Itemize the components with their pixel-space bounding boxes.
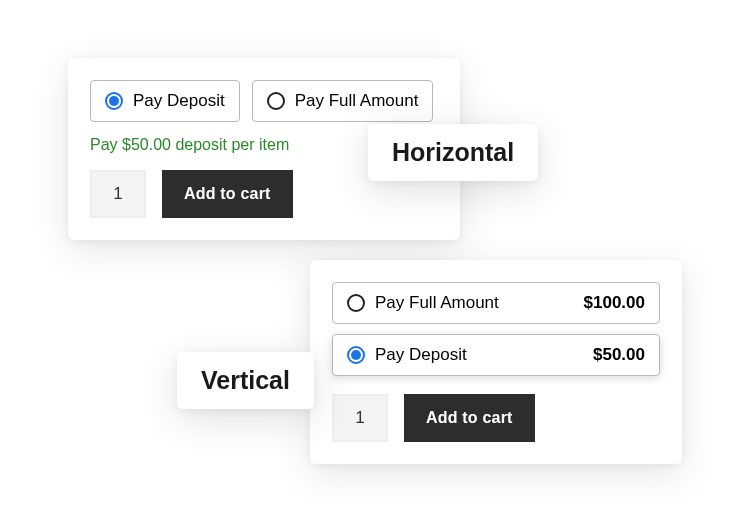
pay-full-amount-option[interactable]: Pay Full Amount [252,80,434,122]
option-price: $100.00 [584,293,645,313]
radio-icon [105,92,123,110]
option-label: Pay Deposit [375,345,467,365]
option-label: Pay Full Amount [375,293,499,313]
radio-icon [347,346,365,364]
vertical-label: Vertical [177,352,314,409]
radio-icon [267,92,285,110]
pay-deposit-option[interactable]: Pay Deposit [90,80,240,122]
option-label: Pay Deposit [133,91,225,111]
pay-full-amount-option[interactable]: Pay Full Amount $100.00 [332,282,660,324]
pay-deposit-option[interactable]: Pay Deposit $50.00 [332,334,660,376]
add-to-cart-button[interactable]: Add to cart [162,170,293,218]
payment-options-vertical: Pay Full Amount $100.00 Pay Deposit $50.… [332,282,660,376]
cart-row: Add to cart [332,394,660,442]
radio-icon [347,294,365,312]
quantity-input[interactable] [332,394,388,442]
option-label: Pay Full Amount [295,91,419,111]
horizontal-label: Horizontal [368,124,538,181]
quantity-input[interactable] [90,170,146,218]
payment-card-vertical: Pay Full Amount $100.00 Pay Deposit $50.… [310,260,682,464]
payment-options-horizontal: Pay Deposit Pay Full Amount [90,80,438,122]
add-to-cart-button[interactable]: Add to cart [404,394,535,442]
option-price: $50.00 [593,345,645,365]
